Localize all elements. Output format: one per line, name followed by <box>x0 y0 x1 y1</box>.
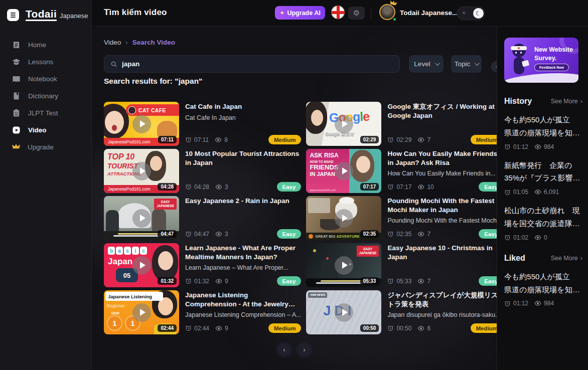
play-button-icon[interactable] <box>335 209 353 228</box>
open-book-icon <box>12 75 21 83</box>
video-duration: 00:50 <box>396 325 411 332</box>
clock-icon <box>387 183 394 190</box>
theme-toggle-knob: ☾ <box>473 8 484 19</box>
video-meta: 02:29 7 Medium <box>387 135 497 144</box>
history-see-more-link[interactable]: See More› <box>548 98 582 105</box>
video-play-icon <box>12 126 21 134</box>
video-card[interactable]: Google Google 東京オ 02:29 Google 東京オフィス / … <box>306 102 497 146</box>
user-avatar[interactable] <box>379 4 396 21</box>
video-thumbnail[interactable]: Japanese Listening Beginner Unit 1 1 02:… <box>104 290 179 334</box>
sidebar-item-jlpt-test[interactable]: JLPT Test <box>0 104 91 121</box>
chevron-right-icon: › <box>304 346 306 353</box>
video-thumbnail[interactable]: TOP 10 TOURIST ATTRACTIONS JapanesePod10… <box>104 149 179 193</box>
settings-button[interactable]: ⚙ <box>348 7 365 20</box>
video-title[interactable]: Easy Japanese 2 - Rain in Japan <box>185 197 301 206</box>
online-status-dot <box>392 17 397 22</box>
views-eye-icon <box>534 300 541 307</box>
video-meta: 00:50 6 Medium <box>387 323 497 333</box>
video-thumbnail[interactable]: ANN NEWS JDI 00:50 <box>306 290 381 334</box>
sidebar-item-lessons[interactable]: Lessons <box>0 53 91 70</box>
sidebar-item-upgrade[interactable]: Upgrade <box>0 138 91 155</box>
video-title[interactable]: How Can You Easily Make Friends in Japan… <box>387 149 497 167</box>
video-thumbnail[interactable]: CAT CAFE JapanesePod101.com 07:11 <box>104 102 179 146</box>
play-button-icon[interactable] <box>335 303 353 322</box>
sidebar: Todaii Japanese Home Lessons Notebook Di… <box>0 0 92 370</box>
level-badge: Easy <box>479 229 497 239</box>
sidebar-item-video[interactable]: Video <box>0 121 91 138</box>
play-button-icon[interactable] <box>132 162 151 180</box>
video-title[interactable]: Japanese Listening Comprehension - At th… <box>185 291 301 308</box>
history-item-meta: 01:05 6,091 <box>504 189 582 196</box>
sidebar-item-notebook[interactable]: Notebook <box>0 70 91 87</box>
video-title[interactable]: Pounding Mochi With the Fastest Mochi Ma… <box>387 197 497 214</box>
video-title[interactable]: Cat Cafe in Japan <box>185 102 301 111</box>
video-title[interactable]: ジャパンディスプレイが大規模リストラ策を発表 <box>387 291 497 308</box>
video-thumbnail[interactable]: basic Japan 05 01:32 <box>104 243 179 287</box>
video-title[interactable]: Learn Japanese - What Are Proper Mealtim… <box>185 244 301 261</box>
video-title[interactable]: Easy Japanese 10 - Christmas in Japan <box>387 244 497 261</box>
video-meta: 04:28 3 Easy <box>185 182 301 192</box>
chevron-right-icon: › <box>580 255 582 262</box>
level-filter-label: Level <box>414 60 430 68</box>
video-views: 9 <box>225 325 228 332</box>
video-title[interactable]: 10 Most Popular Tourist Attractions in J… <box>185 149 301 167</box>
video-duration: 07:17 <box>396 183 411 191</box>
play-button-icon[interactable] <box>132 115 151 133</box>
sidebar-item-dictionary[interactable]: Dictionary <box>0 87 91 104</box>
breadcrumb-video[interactable]: Video <box>104 39 121 46</box>
video-subtitle: Japan disupurei ga ōkibo risutora-saku..… <box>387 311 497 318</box>
video-title[interactable]: Google 東京オフィス / Working at Google Japan <box>387 102 497 120</box>
play-button-icon[interactable] <box>335 256 353 275</box>
play-button-icon[interactable] <box>335 115 353 133</box>
video-card[interactable]: CAT CAFE JapanesePod101.com 07:11 Cat Ca… <box>104 102 301 146</box>
next-page-button[interactable]: › <box>298 343 311 356</box>
search-box[interactable] <box>104 55 400 73</box>
sidebar-item-home[interactable]: Home <box>0 36 91 53</box>
play-button-icon[interactable] <box>132 209 151 228</box>
menu-toggle-button[interactable] <box>7 9 19 21</box>
video-card[interactable]: ASK RISA HOW TO MAKE FRIENDS IN JAPAN ja… <box>306 149 497 193</box>
search-input[interactable] <box>122 60 393 68</box>
survey-banner[interactable]: New Website Survey. Feedback Now <box>504 38 578 83</box>
video-thumbnail[interactable]: GREAT BIG ADVENTURE 02:35 <box>306 196 381 240</box>
video-card[interactable]: basic Japan 05 01:32 Learn Japanese - Wh… <box>104 243 301 287</box>
play-button-icon[interactable] <box>132 256 151 275</box>
duration-badge: 04:28 <box>158 183 177 191</box>
video-card[interactable]: EASYJAPANESE 04:47 Easy Japanese 2 - Rai… <box>104 196 301 240</box>
video-card[interactable]: GREAT BIG ADVENTURE 02:35 Pounding Mochi… <box>306 196 497 240</box>
views-eye-icon <box>534 234 541 241</box>
topic-filter-dropdown[interactable]: Topic <box>451 55 482 73</box>
upgrade-ai-button[interactable]: ✦ Upgrade AI <box>275 6 325 20</box>
user-name[interactable]: Todaii Japanese... <box>400 9 458 17</box>
video-thumbnail[interactable]: EASYJAPANESE 04:47 <box>104 196 179 240</box>
video-thumbnail[interactable]: Google Google 東京オ 02:29 <box>306 102 381 146</box>
history-item[interactable]: 今も約550人が孤立 県道の崩落現場を知事が… 01:12 984 <box>504 113 582 150</box>
video-card[interactable]: TOP 10 TOURIST ATTRACTIONS JapanesePod10… <box>104 149 301 193</box>
video-thumbnail[interactable]: EASYJAPANESE 05:33 <box>306 243 381 287</box>
level-filter-dropdown[interactable]: Level <box>409 55 444 73</box>
feedback-now-button[interactable]: Feedback Now <box>534 64 569 71</box>
views-eye-icon <box>417 325 424 332</box>
theme-toggle[interactable]: ☀ ☾ <box>457 7 485 20</box>
breadcrumb-search-video[interactable]: Search Video <box>132 39 175 46</box>
history-item[interactable]: 新紙幣発行 企業の35%が『プラス影響』も、… 01:05 6,091 <box>504 159 582 196</box>
video-card[interactable]: ANN NEWS JDI 00:50 ジャパンディスプレイが大規模リストラ策を発… <box>306 290 497 334</box>
video-card[interactable]: Japanese Listening Beginner Unit 1 1 02:… <box>104 290 301 334</box>
video-views: 3 <box>225 183 228 191</box>
play-button-icon[interactable] <box>132 303 151 322</box>
video-card[interactable]: EASYJAPANESE 05:33 Easy Japanese 10 - Ch… <box>306 243 497 287</box>
video-duration: 01:32 <box>194 278 209 285</box>
prev-page-button[interactable]: ‹ <box>278 343 290 356</box>
duration-badge: 05:33 <box>360 277 379 285</box>
chevron-right-icon: › <box>496 63 497 70</box>
views-eye-icon <box>417 183 424 191</box>
play-button-icon[interactable] <box>335 162 353 180</box>
sidebar-item-label: Dictionary <box>28 92 58 100</box>
collapse-panel-button[interactable]: › <box>491 61 497 72</box>
language-flag-button[interactable] <box>331 6 345 19</box>
history-item[interactable]: 松山市の土砂崩れ 現場を国交省の派遣隊が視… 01:02 0 <box>504 204 582 241</box>
liked-item[interactable]: 今も約550人が孤立 県道の崩落現場を知事が… 01:12 984 <box>504 270 582 307</box>
clock-icon <box>185 136 192 143</box>
liked-see-more-link[interactable]: See More› <box>548 255 582 262</box>
video-thumbnail[interactable]: ASK RISA HOW TO MAKE FRIENDS IN JAPAN ja… <box>306 149 381 193</box>
